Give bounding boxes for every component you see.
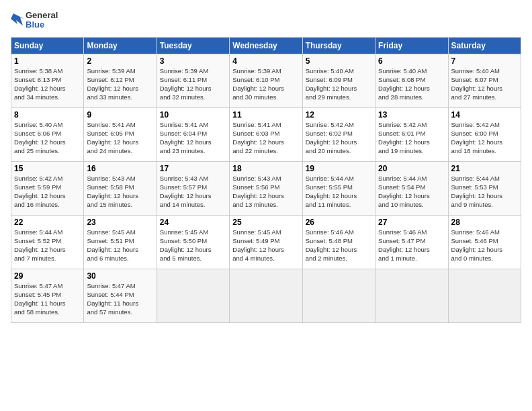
day-number: 12 xyxy=(306,110,372,120)
day-number: 24 xyxy=(160,218,226,227)
calendar-week-4: 22Sunrise: 5:44 AM Sunset: 5:52 PM Dayli… xyxy=(11,215,521,269)
column-header-wednesday: Wednesday xyxy=(230,37,302,54)
calendar-cell: 20Sunrise: 5:44 AM Sunset: 5:54 PM Dayli… xyxy=(375,161,448,215)
calendar-cell: 16Sunrise: 5:43 AM Sunset: 5:58 PM Dayli… xyxy=(84,161,157,215)
day-info: Sunrise: 5:45 AM Sunset: 5:49 PM Dayligh… xyxy=(232,228,299,263)
day-info: Sunrise: 5:41 AM Sunset: 6:03 PM Dayligh… xyxy=(232,120,299,156)
day-number: 7 xyxy=(451,56,518,66)
day-info: Sunrise: 5:46 AM Sunset: 5:48 PM Dayligh… xyxy=(306,228,372,263)
calendar-cell: 5Sunrise: 5:40 AM Sunset: 6:09 PM Daylig… xyxy=(302,54,375,107)
calendar-week-3: 15Sunrise: 5:42 AM Sunset: 5:59 PM Dayli… xyxy=(11,161,521,215)
calendar-week-1: 1Sunrise: 5:38 AM Sunset: 6:13 PM Daylig… xyxy=(11,54,521,107)
calendar-cell: 6Sunrise: 5:40 AM Sunset: 6:08 PM Daylig… xyxy=(375,54,448,107)
day-number: 18 xyxy=(232,164,299,173)
logo-bird-icon xyxy=(11,11,24,30)
calendar-cell: 25Sunrise: 5:45 AM Sunset: 5:49 PM Dayli… xyxy=(230,215,302,269)
calendar-table: SundayMondayTuesdayWednesdayThursdayFrid… xyxy=(11,37,521,323)
column-header-saturday: Saturday xyxy=(448,37,521,54)
calendar-cell: 28Sunrise: 5:46 AM Sunset: 5:46 PM Dayli… xyxy=(448,215,521,269)
day-info: Sunrise: 5:40 AM Sunset: 6:07 PM Dayligh… xyxy=(451,66,518,102)
day-info: Sunrise: 5:47 AM Sunset: 5:45 PM Dayligh… xyxy=(14,281,81,317)
day-number: 27 xyxy=(378,218,445,227)
calendar-body: 1Sunrise: 5:38 AM Sunset: 6:13 PM Daylig… xyxy=(11,54,521,322)
calendar-cell: 7Sunrise: 5:40 AM Sunset: 6:07 PM Daylig… xyxy=(448,54,521,107)
calendar-header-row: SundayMondayTuesdayWednesdayThursdayFrid… xyxy=(11,37,521,54)
day-info: Sunrise: 5:42 AM Sunset: 6:02 PM Dayligh… xyxy=(306,120,372,156)
column-header-thursday: Thursday xyxy=(302,37,375,54)
calendar-cell xyxy=(157,269,229,322)
day-number: 2 xyxy=(87,56,153,66)
day-info: Sunrise: 5:46 AM Sunset: 5:47 PM Dayligh… xyxy=(378,228,445,263)
day-info: Sunrise: 5:42 AM Sunset: 6:01 PM Dayligh… xyxy=(378,120,445,156)
calendar-cell: 12Sunrise: 5:42 AM Sunset: 6:02 PM Dayli… xyxy=(302,107,375,161)
calendar-cell: 4Sunrise: 5:39 AM Sunset: 6:10 PM Daylig… xyxy=(230,54,302,107)
day-number: 21 xyxy=(451,164,518,173)
calendar-cell: 14Sunrise: 5:42 AM Sunset: 6:00 PM Dayli… xyxy=(448,107,521,161)
calendar-cell xyxy=(230,269,302,322)
day-info: Sunrise: 5:39 AM Sunset: 6:10 PM Dayligh… xyxy=(232,66,299,102)
day-info: Sunrise: 5:44 AM Sunset: 5:52 PM Dayligh… xyxy=(14,228,81,263)
day-number: 19 xyxy=(306,164,372,173)
calendar-week-5: 29Sunrise: 5:47 AM Sunset: 5:45 PM Dayli… xyxy=(11,269,521,322)
day-number: 11 xyxy=(232,110,299,120)
day-info: Sunrise: 5:40 AM Sunset: 6:06 PM Dayligh… xyxy=(14,120,81,156)
calendar-cell: 26Sunrise: 5:46 AM Sunset: 5:48 PM Dayli… xyxy=(302,215,375,269)
column-header-friday: Friday xyxy=(375,37,448,54)
day-info: Sunrise: 5:43 AM Sunset: 5:56 PM Dayligh… xyxy=(232,174,299,210)
calendar-cell: 2Sunrise: 5:39 AM Sunset: 6:12 PM Daylig… xyxy=(84,54,157,107)
day-info: Sunrise: 5:39 AM Sunset: 6:11 PM Dayligh… xyxy=(160,66,226,102)
day-info: Sunrise: 5:42 AM Sunset: 6:00 PM Dayligh… xyxy=(451,120,518,156)
logo: General Blue xyxy=(11,11,58,30)
day-info: Sunrise: 5:42 AM Sunset: 5:59 PM Dayligh… xyxy=(14,174,81,210)
day-info: Sunrise: 5:38 AM Sunset: 6:13 PM Dayligh… xyxy=(14,66,81,102)
day-number: 17 xyxy=(160,164,226,173)
calendar-cell: 10Sunrise: 5:41 AM Sunset: 6:04 PM Dayli… xyxy=(157,107,229,161)
calendar-cell xyxy=(448,269,521,322)
day-number: 6 xyxy=(378,56,445,66)
day-number: 1 xyxy=(14,56,81,66)
calendar-cell: 23Sunrise: 5:45 AM Sunset: 5:51 PM Dayli… xyxy=(84,215,157,269)
day-number: 29 xyxy=(14,271,81,281)
day-info: Sunrise: 5:40 AM Sunset: 6:09 PM Dayligh… xyxy=(306,66,372,102)
day-number: 3 xyxy=(160,56,226,66)
calendar-cell: 15Sunrise: 5:42 AM Sunset: 5:59 PM Dayli… xyxy=(11,161,84,215)
day-number: 15 xyxy=(14,164,81,173)
day-number: 25 xyxy=(232,218,299,227)
day-info: Sunrise: 5:46 AM Sunset: 5:46 PM Dayligh… xyxy=(451,228,518,263)
calendar-cell: 11Sunrise: 5:41 AM Sunset: 6:03 PM Dayli… xyxy=(230,107,302,161)
logo-text-blue: Blue xyxy=(26,20,58,30)
calendar-cell: 27Sunrise: 5:46 AM Sunset: 5:47 PM Dayli… xyxy=(375,215,448,269)
calendar-cell: 24Sunrise: 5:45 AM Sunset: 5:50 PM Dayli… xyxy=(157,215,229,269)
column-header-sunday: Sunday xyxy=(11,37,84,54)
day-number: 10 xyxy=(160,110,226,120)
day-info: Sunrise: 5:47 AM Sunset: 5:44 PM Dayligh… xyxy=(87,281,153,317)
day-info: Sunrise: 5:40 AM Sunset: 6:08 PM Dayligh… xyxy=(378,66,445,102)
column-header-tuesday: Tuesday xyxy=(157,37,229,54)
logo-container: General Blue xyxy=(11,11,58,30)
calendar-cell: 30Sunrise: 5:47 AM Sunset: 5:44 PM Dayli… xyxy=(84,269,157,322)
day-info: Sunrise: 5:39 AM Sunset: 6:12 PM Dayligh… xyxy=(87,66,153,102)
day-number: 30 xyxy=(87,271,153,281)
logo-text-general: General xyxy=(26,11,58,20)
calendar-cell: 22Sunrise: 5:44 AM Sunset: 5:52 PM Dayli… xyxy=(11,215,84,269)
day-info: Sunrise: 5:44 AM Sunset: 5:54 PM Dayligh… xyxy=(378,174,445,210)
calendar-cell: 13Sunrise: 5:42 AM Sunset: 6:01 PM Dayli… xyxy=(375,107,448,161)
calendar-cell: 3Sunrise: 5:39 AM Sunset: 6:11 PM Daylig… xyxy=(157,54,229,107)
day-info: Sunrise: 5:43 AM Sunset: 5:57 PM Dayligh… xyxy=(160,174,226,210)
day-number: 9 xyxy=(87,110,153,120)
day-number: 22 xyxy=(14,218,81,227)
day-number: 16 xyxy=(87,164,153,173)
calendar-cell: 19Sunrise: 5:44 AM Sunset: 5:55 PM Dayli… xyxy=(302,161,375,215)
svg-marker-0 xyxy=(11,13,24,26)
day-number: 20 xyxy=(378,164,445,173)
calendar-cell: 21Sunrise: 5:44 AM Sunset: 5:53 PM Dayli… xyxy=(448,161,521,215)
calendar-cell: 1Sunrise: 5:38 AM Sunset: 6:13 PM Daylig… xyxy=(11,54,84,107)
day-number: 26 xyxy=(306,218,372,227)
calendar-cell: 17Sunrise: 5:43 AM Sunset: 5:57 PM Dayli… xyxy=(157,161,229,215)
day-info: Sunrise: 5:41 AM Sunset: 6:04 PM Dayligh… xyxy=(160,120,226,156)
day-info: Sunrise: 5:44 AM Sunset: 5:55 PM Dayligh… xyxy=(306,174,372,210)
day-number: 5 xyxy=(306,56,372,66)
day-number: 14 xyxy=(451,110,518,120)
day-number: 23 xyxy=(87,218,153,227)
calendar-cell xyxy=(375,269,448,322)
